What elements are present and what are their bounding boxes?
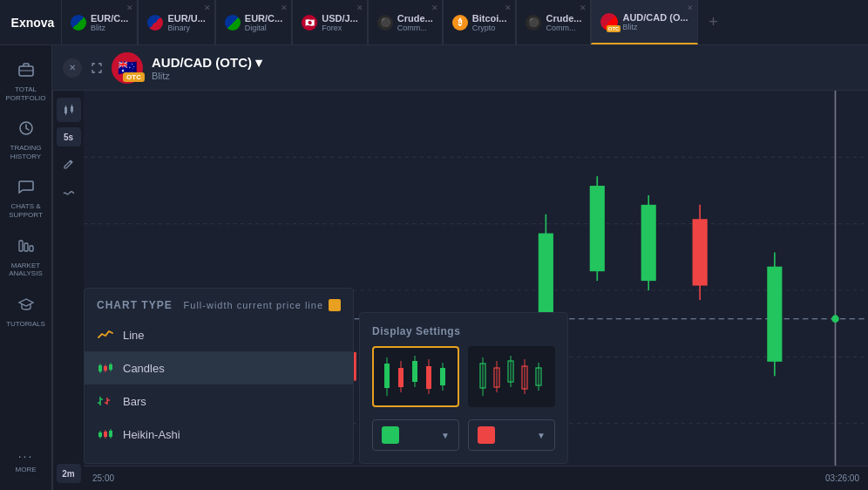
tab-aud-cad[interactable]: ✕ OTC AUD/CAD (O... Blitz xyxy=(591,0,697,44)
sidebar-item-label: TOTAL PORTFOLIO xyxy=(5,85,45,102)
tab-type: Binary xyxy=(167,24,205,32)
tab-eur-u[interactable]: ✕ EUR/U... Binary xyxy=(138,0,214,44)
tab-close-icon[interactable]: ✕ xyxy=(505,3,512,12)
svg-rect-74 xyxy=(426,366,431,389)
tab-close-icon[interactable]: ✕ xyxy=(281,3,288,12)
chart-body: 5s 2m xyxy=(52,91,868,490)
color-pickers-row: ▼ ▼ xyxy=(372,419,555,451)
tab-close-icon[interactable]: ✕ xyxy=(126,3,133,12)
candle-type-button[interactable] xyxy=(57,98,81,122)
timeframe-2m[interactable]: 2m xyxy=(57,464,81,483)
tab-info: Crude... Comm... xyxy=(397,13,433,32)
tab-eur-dig[interactable]: ✕ EUR/C... Digital xyxy=(215,0,292,44)
tab-crude-2[interactable]: ✕ ⚫ Crude... Comm... xyxy=(516,0,591,44)
svg-rect-61 xyxy=(104,432,107,437)
tab-crude-1[interactable]: ✕ ⚫ Crude... Comm... xyxy=(368,0,443,44)
full-width-text: Full-width current price line xyxy=(184,300,323,310)
briefcase-icon xyxy=(17,61,35,83)
svg-rect-6 xyxy=(30,246,33,251)
asset-name: AUD/CAD (OTC) ▾ xyxy=(152,55,262,71)
tab-name: EUR/U... xyxy=(167,13,205,24)
pencil-button[interactable] xyxy=(57,152,81,176)
tab-name: Bitcoi... xyxy=(472,13,507,24)
tabs-container: ✕ EUR/C... Blitz ✕ EUR/U... Binary ✕ EUR… xyxy=(61,0,868,44)
chart-type-heikin[interactable]: Heikin-Ashi xyxy=(85,418,353,451)
asset-info: AUD/CAD (OTC) ▾ Blitz xyxy=(152,55,262,81)
candles-chart-icon xyxy=(97,359,114,377)
logo-area: Exnova xyxy=(0,10,61,35)
left-sidebar: TOTAL PORTFOLIO TRADING HISTORY CHATS & … xyxy=(0,45,52,490)
display-settings-title: Display Settings xyxy=(372,325,555,337)
tab-close-icon[interactable]: ✕ xyxy=(356,3,363,12)
sidebar-item-market-analysis[interactable]: MARKET ANALYSIS xyxy=(3,230,49,285)
svg-point-42 xyxy=(831,315,839,323)
tab-info: EUR/C... Blitz xyxy=(91,13,128,32)
chevron-down-icon: ▼ xyxy=(441,431,450,440)
tab-flag: OTC xyxy=(600,13,618,31)
tab-info: Crude... Comm... xyxy=(546,13,581,32)
tab-type: Blitz xyxy=(91,24,128,32)
chart-panel: ✕ 🇦🇺 OTC AUD/CAD (OTC) ▾ Blitz xyxy=(52,45,868,490)
expand-button[interactable] xyxy=(91,62,103,74)
sidebar-item-chats-support[interactable]: CHATS & SUPPORT xyxy=(3,171,49,226)
chart-type-line[interactable]: Line xyxy=(85,318,353,351)
sidebar-item-label: TUTORIALS xyxy=(6,320,45,329)
tab-type: Forex xyxy=(322,24,358,32)
sidebar-item-tutorials[interactable]: TUTORIALS xyxy=(3,289,49,336)
svg-rect-40 xyxy=(767,267,782,362)
svg-rect-35 xyxy=(641,205,656,281)
close-chart-button[interactable]: ✕ xyxy=(63,58,82,78)
chart-type-candles[interactable]: Candles xyxy=(85,351,353,385)
chart-type-bars[interactable]: Bars xyxy=(85,385,353,418)
tab-flag xyxy=(71,15,86,31)
sidebar-item-trading-history[interactable]: TRADING HISTORY xyxy=(3,112,49,167)
tab-eur-otc[interactable]: ✕ EUR/C... Blitz xyxy=(61,0,138,44)
sidebar-item-total-portfolio[interactable]: TOTAL PORTFOLIO xyxy=(3,54,49,109)
tab-flag: ₿ xyxy=(452,15,468,31)
svg-rect-37 xyxy=(693,219,708,285)
full-width-box[interactable] xyxy=(329,299,341,311)
asset-subtitle: Blitz xyxy=(152,71,262,81)
tab-close-icon[interactable]: ✕ xyxy=(204,3,211,12)
chart-type-header: CHART TYPE Full-width current price line xyxy=(85,289,353,318)
tab-name: Crude... xyxy=(397,13,433,24)
tab-close-icon[interactable]: ✕ xyxy=(431,3,438,12)
up-color-swatch xyxy=(382,426,399,444)
more-dots-icon: ··· xyxy=(18,449,34,463)
color-pick-up[interactable]: ▼ xyxy=(372,419,459,451)
sidebar-item-more[interactable]: ··· MORE xyxy=(3,442,49,481)
tab-close-icon[interactable]: ✕ xyxy=(580,3,587,12)
color-pick-down[interactable]: ▼ xyxy=(468,419,555,451)
preview-hollow-candles[interactable] xyxy=(468,346,555,407)
svg-rect-5 xyxy=(24,243,28,251)
svg-rect-58 xyxy=(98,432,102,437)
chart-type-label: Candles xyxy=(123,362,165,375)
chart-type-panel: CHART TYPE Full-width current price line xyxy=(84,288,354,464)
chart-type-label: Bars xyxy=(123,395,146,408)
svg-rect-10 xyxy=(71,106,73,112)
main-layout: TOTAL PORTFOLIO TRADING HISTORY CHATS & … xyxy=(0,45,868,490)
add-tab-button[interactable]: + xyxy=(698,7,729,38)
chat-icon xyxy=(17,178,35,200)
timeframe-5s[interactable]: 5s xyxy=(57,127,81,146)
clock-icon xyxy=(17,119,35,141)
svg-rect-49 xyxy=(109,364,112,370)
tab-bitcoin[interactable]: ✕ ₿ Bitcoi... Crypto xyxy=(443,0,517,44)
bars-chart-icon xyxy=(97,392,114,410)
preview-standard-candles[interactable] xyxy=(372,346,459,407)
wave-button[interactable] xyxy=(57,181,81,206)
chart-bottom-bar: 25:00 03:26:00 xyxy=(84,466,868,490)
tab-type: Digital xyxy=(245,24,282,32)
tab-name: EUR/C... xyxy=(245,13,282,24)
sidebar-item-label: MORE xyxy=(16,466,37,474)
tab-type: Crypto xyxy=(472,24,507,32)
tab-usd-jpy[interactable]: ✕ 🇯🇵 USD/J... Forex xyxy=(292,0,368,44)
full-width-label: Full-width current price line xyxy=(184,299,341,311)
line-chart-icon xyxy=(97,326,114,344)
asset-flag-container: 🇦🇺 OTC xyxy=(112,52,143,84)
tab-type: Blitz xyxy=(622,23,688,31)
tab-close-icon[interactable]: ✕ xyxy=(687,3,694,12)
sidebar-item-label: TRADING HISTORY xyxy=(10,144,42,160)
tab-name: Crude... xyxy=(546,13,581,24)
tab-type: Comm... xyxy=(546,24,581,32)
